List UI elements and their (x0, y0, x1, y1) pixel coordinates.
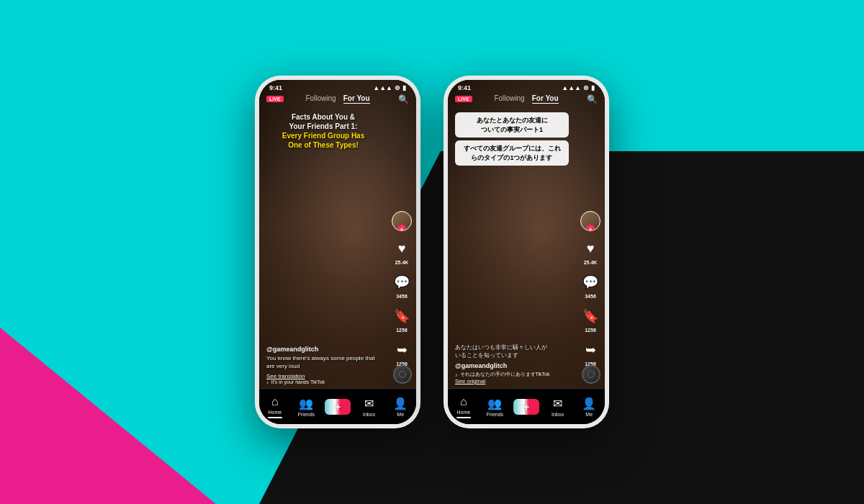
share-icon-right: ➥ (580, 340, 600, 360)
heart-icon-left: ♥ (392, 238, 412, 258)
phone-right: 9:41 ▲▲▲ ⊜ ▮ LIVE Following For You 🔍 あな… (444, 76, 609, 428)
sound-line-left: ♪ It's in your hands TikTok (266, 379, 380, 384)
me-icon-left: 👤 (393, 397, 408, 410)
spinning-disc-right (582, 365, 600, 384)
battery-icon: ▮ (402, 84, 406, 91)
share-action-right[interactable]: ➥ 1256 (580, 340, 600, 366)
comment-count-left: 3456 (396, 294, 408, 299)
me-label-left: Me (397, 412, 404, 417)
share-icon-left: ➥ (392, 340, 412, 360)
tab-following-right[interactable]: Following (494, 94, 524, 104)
see-translation-left[interactable]: See translation (266, 373, 380, 379)
status-icons-right: ▲▲▲ ⊜ ▮ (562, 84, 595, 91)
nav-me-right[interactable]: 👤 Me (573, 397, 605, 417)
status-bar-left: 9:41 ▲▲▲ ⊜ ▮ (259, 80, 416, 93)
music-icon-left: ♪ (266, 379, 269, 384)
like-action-right[interactable]: ♥ 25.4K (580, 238, 600, 265)
nav-friends-left[interactable]: 👥 Friends (291, 397, 323, 417)
music-icon-right: ♪ (455, 372, 458, 377)
friends-label-right: Friends (487, 412, 503, 417)
phone-left: 9:41 ▲▲▲ ⊜ ▮ LIVE Following For You 🔍 Fa… (255, 76, 420, 428)
search-icon-right[interactable]: 🔍 (587, 94, 598, 104)
creator-avatar-left: + (392, 211, 412, 231)
friends-label-left: Friends (298, 412, 315, 417)
time-right: 9:41 (458, 84, 471, 91)
comment-icon-right: 💬 (580, 272, 600, 292)
translation-bubble1-right: あなたとあなたの友達についての事実パート1 (455, 112, 569, 138)
home-icon-left: ⌂ (271, 395, 279, 408)
me-icon-right: 👤 (582, 397, 596, 410)
live-badge-right: LIVE (455, 96, 472, 102)
search-icon-left[interactable]: 🔍 (398, 94, 409, 104)
nav-me-left[interactable]: 👤 Me (384, 397, 416, 417)
signal-icon: ▲▲▲ (373, 84, 392, 91)
follow-plus-left[interactable]: + (397, 225, 406, 231)
right-actions-right: + ♥ 25.4K 💬 3456 🔖 1256 ➥ 1256 (580, 211, 600, 366)
subtitle-right: あなたはいつも非常に騒々しい人がいることを知っています (455, 343, 569, 359)
see-original-right[interactable]: See original (455, 378, 569, 384)
tiktok-nav-right: LIVE Following For You 🔍 (448, 94, 605, 104)
share-action-left[interactable]: ➥ 1256 (392, 340, 412, 366)
title-white-line1: Facts About You & (266, 112, 380, 122)
username-right[interactable]: @gameandglitch (455, 362, 569, 369)
me-label-right: Me (585, 412, 593, 417)
friends-icon-right: 👥 (487, 397, 502, 410)
status-bar-right: 9:41 ▲▲▲ ⊜ ▮ (448, 80, 605, 93)
nav-friends-right[interactable]: 👥 Friends (480, 397, 511, 417)
bookmark-icon-right: 🔖 (580, 306, 600, 326)
title-yellow-line2: One of These Types! (266, 140, 380, 150)
title-white-line2: Your Friends Part 1: (266, 122, 380, 131)
inbox-label-left: Inbox (363, 412, 375, 417)
phone-right-screen: 9:41 ▲▲▲ ⊜ ▮ LIVE Following For You 🔍 あな… (448, 80, 605, 424)
nav-inbox-left[interactable]: ✉ Inbox (354, 397, 385, 417)
like-action-left[interactable]: ♥ 25.4K (392, 238, 412, 265)
home-underline-left (268, 417, 282, 418)
nav-add-right[interactable]: + (510, 399, 542, 415)
nav-inbox-right[interactable]: ✉ Inbox (542, 397, 574, 417)
disc-inner-left (399, 371, 406, 378)
right-actions-left: + ♥ 25.4K 💬 3456 🔖 1256 ➥ 1256 (392, 211, 412, 366)
sound-text-left: It's in your hands TikTok (271, 379, 325, 384)
sound-text-right: それはあなたの手の中にありますTikTok (460, 371, 550, 378)
battery-icon-right: ▮ (591, 84, 595, 91)
add-button-right[interactable]: + (513, 399, 539, 415)
tab-foryou-right[interactable]: For You (532, 94, 559, 104)
bookmark-icon-left: 🔖 (392, 306, 412, 326)
spinning-disc-left (393, 365, 412, 384)
bg-pink-triangle (0, 328, 216, 504)
status-icons-left: ▲▲▲ ⊜ ▮ (373, 84, 406, 91)
wifi-icon-right: ⊜ (583, 84, 589, 91)
bookmark-action-left[interactable]: 🔖 1256 (392, 306, 412, 333)
disc-inner-right (588, 371, 595, 378)
nav-add-left[interactable]: + (322, 399, 354, 415)
inbox-label-right: Inbox (552, 412, 564, 417)
comment-action-left[interactable]: 💬 3456 (392, 272, 412, 299)
home-icon-right: ⌂ (460, 395, 467, 408)
inbox-icon-left: ✉ (364, 397, 374, 410)
sound-line-right: ♪ それはあなたの手の中にありますTikTok (455, 371, 569, 378)
bookmark-action-right[interactable]: 🔖 1256 (580, 306, 600, 333)
comment-action-right[interactable]: 💬 3456 (580, 272, 600, 299)
inbox-icon-right: ✉ (553, 397, 562, 410)
subtitle-left: You know there's always some people that… (266, 354, 380, 370)
tiktok-nav-left: LIVE Following For You 🔍 (259, 94, 416, 104)
add-button-left[interactable]: + (325, 399, 351, 415)
tab-foryou-left[interactable]: For You (343, 94, 370, 104)
follow-plus-right[interactable]: + (586, 225, 595, 231)
title-yellow-line1: Every Friend Group Has (266, 131, 380, 140)
username-left[interactable]: @gameandglitch (266, 346, 380, 353)
signal-icon-right: ▲▲▲ (562, 84, 581, 91)
friends-icon-left: 👥 (299, 397, 313, 410)
phone-left-screen: 9:41 ▲▲▲ ⊜ ▮ LIVE Following For You 🔍 Fa… (259, 80, 416, 424)
live-badge-left: LIVE (266, 96, 284, 102)
tab-following-left[interactable]: Following (305, 94, 336, 104)
avatar-action: + (392, 211, 412, 231)
nav-home-right[interactable]: ⌂ Home (448, 395, 480, 418)
home-underline-right (456, 417, 471, 418)
bookmark-count-left: 1256 (396, 328, 408, 333)
translation-overlay-right: あなたとあなたの友達についての事実パート1 すべての友達グループには、これらのタ… (455, 112, 569, 168)
time-left: 9:41 (269, 84, 282, 91)
video-title-overlay-left: Facts About You & Your Friends Part 1: E… (266, 112, 380, 150)
nav-home-left[interactable]: ⌂ Home (259, 395, 291, 418)
heart-icon-right: ♥ (580, 238, 600, 258)
